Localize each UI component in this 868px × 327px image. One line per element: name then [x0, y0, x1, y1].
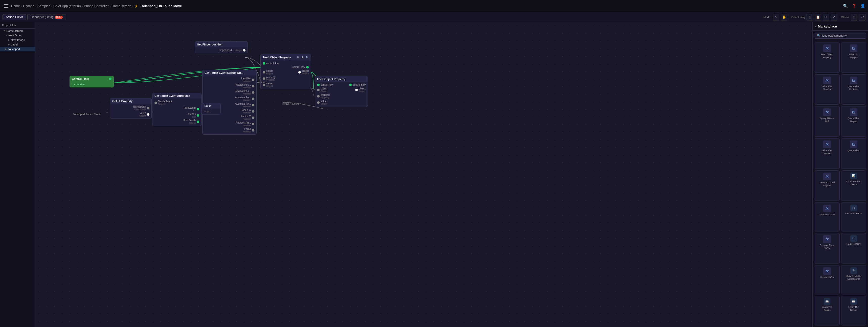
- marketplace-item-filter-list-bigger[interactable]: fx Filter ListBigger: [841, 42, 866, 73]
- marketplace-item-get-from-json-1[interactable]: fx Get From JSON: [815, 202, 840, 231]
- hand-tool[interactable]: ✋: [781, 14, 787, 21]
- td-force-port[interactable]: [252, 129, 254, 132]
- copy-tool[interactable]: ⎘: [807, 14, 813, 21]
- cursor-tool[interactable]: ↖: [773, 14, 779, 21]
- node-touch-event-details[interactable]: Get Touch Event Details Att... Identifie…: [202, 70, 257, 135]
- marketplace-search-bar[interactable]: 🔍: [815, 33, 866, 39]
- marketplace-item-excel-to-cloud-2[interactable]: 📊 Excel To CloudObjects: [841, 170, 866, 201]
- marketplace-item-query-filter-isnull[interactable]: fx Query Filter IsNull: [815, 106, 840, 137]
- top-bar: Home › Olympe › Samples › Color App (tut…: [0, 0, 868, 12]
- node-search-tool[interactable]: 🔍: [305, 56, 309, 59]
- marketplace-search-icon: 🔍: [817, 34, 821, 37]
- marketplace-item-query-filter-contains[interactable]: fx Query FilterContains: [841, 74, 866, 105]
- node-feed-obj-prop-2[interactable]: Feed Object Property control flow contro…: [315, 76, 368, 107]
- td-rotatan-port[interactable]: [252, 123, 254, 125]
- breadcrumb-home-screen[interactable]: Home screen: [112, 4, 131, 8]
- tree-item-new-group[interactable]: ▼ New Group: [0, 33, 35, 38]
- td-relpos1-port[interactable]: [252, 85, 254, 88]
- tree-item-label[interactable]: ▶ Label: [0, 42, 35, 47]
- marketplace-item-update-json-icon[interactable]: ↻ Update JSON: [841, 233, 866, 264]
- feed2-cf-in-port[interactable]: [317, 84, 319, 86]
- feed2-cf-out-port[interactable]: [349, 84, 352, 86]
- node-finger-body: finger positi... Finger: [195, 47, 248, 53]
- feed1-obj-out-port[interactable]: [298, 71, 301, 73]
- feed2-val-port[interactable]: [317, 101, 319, 104]
- marketplace-item-remove-from-json[interactable]: fx Remove FromJSON: [815, 233, 840, 264]
- node-touch[interactable]: Touch Object: [202, 103, 221, 115]
- marketplace-item-get-from-json-2[interactable]: { } Get From JSON: [841, 202, 866, 231]
- touchpad-label: Touchpad.Touch Move: [73, 113, 101, 116]
- tab-action-editor[interactable]: Action Editor: [3, 14, 26, 20]
- marketplace-grid: fx Feed ObjectProperty fx Filter ListBig…: [813, 41, 868, 327]
- paste-tool[interactable]: 📋: [815, 14, 821, 21]
- tree-item-home-screen[interactable]: ▼ Home screen: [0, 29, 35, 33]
- marketplace-item-filter-list-smaller[interactable]: fx Filter ListSmaller: [815, 74, 840, 105]
- grid-tool[interactable]: ⊞: [851, 14, 857, 21]
- td-identifier: IdentifierNumber: [203, 76, 256, 83]
- feed2-obj-in-port[interactable]: [317, 89, 319, 91]
- node-touch-event-attrs[interactable]: Get Touch Event Attributes Touch EventOb…: [152, 93, 202, 126]
- node-get-ui-property[interactable]: Get UI Property UI PropertyUI Property V…: [110, 98, 152, 119]
- marketplace-search-input[interactable]: [822, 34, 864, 37]
- top-bar-right: 🔍 ❓ 👤: [843, 3, 865, 9]
- feed2-prop-port[interactable]: [317, 95, 319, 98]
- marketplace-item-query-filter-regex[interactable]: fx Query FilterRegex: [841, 106, 866, 137]
- tree-item-touchpad[interactable]: ▶ Touchpad: [0, 47, 35, 51]
- td-radiusx-port[interactable]: [252, 110, 254, 113]
- tab-debugger[interactable]: Debugger (Beta) Beta: [27, 14, 66, 20]
- marketplace-item-update-json-fx[interactable]: fx Update JSON: [815, 265, 840, 295]
- td-abspos2-port[interactable]: [252, 104, 254, 106]
- feed1-prop-port[interactable]: [263, 77, 265, 80]
- finger-pos-output-port[interactable]: [243, 49, 246, 52]
- node-get-finger-pos[interactable]: Get Finger position finger positi... Fin…: [195, 41, 248, 53]
- node-feed-obj-prop-1[interactable]: Feed Object Property ⎘ 🗑 🔍 control flow …: [260, 54, 311, 89]
- search-icon[interactable]: 🔍: [843, 3, 848, 9]
- collapse-panel-btn[interactable]: ‹: [815, 24, 816, 28]
- feed1-val-port[interactable]: [263, 84, 265, 86]
- others-label: Others: [841, 16, 849, 19]
- ta-touch-event-port[interactable]: [154, 102, 157, 104]
- breadcrumb-samples[interactable]: Samples: [37, 4, 50, 8]
- marketplace-item-learn-basics-2[interactable]: 📖 Learn TheBasics: [841, 296, 866, 325]
- feed1-cf-in-port[interactable]: [263, 62, 265, 65]
- node-control-flow[interactable]: Control Flow Control Flow: [69, 76, 114, 88]
- feed-object-property-label: Feed ObjectProperty: [821, 53, 833, 59]
- cut-tool[interactable]: ✂: [823, 14, 829, 21]
- control-flow-output-port[interactable]: [109, 77, 112, 80]
- learn-basics-1-label: Learn TheBasics: [822, 306, 832, 312]
- marketplace-item-query-filter[interactable]: fx Query Filter: [841, 138, 866, 169]
- node-copy-tool[interactable]: ⎘: [296, 56, 300, 59]
- feed2-obj-out-port[interactable]: [355, 89, 358, 91]
- uip-uiproperty-port[interactable]: [147, 107, 149, 109]
- help-icon[interactable]: ❓: [851, 3, 857, 9]
- breadcrumb-home[interactable]: Home: [11, 4, 20, 8]
- td-abspos1-port[interactable]: [252, 98, 254, 100]
- marketplace-item-excel-to-cloud-1[interactable]: fx Excel To CloudObjects: [815, 170, 840, 201]
- canvas-area[interactable]: Touchpad.Touch Move Control Flow Control…: [35, 22, 812, 327]
- marketplace-item-filter-list-contains[interactable]: fx Filter ListContains: [815, 138, 840, 169]
- feed1-obj-in-port[interactable]: [263, 71, 265, 73]
- learn-basics-1-icon: 📖: [824, 298, 830, 305]
- uip-value-port[interactable]: [147, 113, 149, 116]
- tree-item-new-image[interactable]: ▶ New Image: [0, 38, 35, 42]
- user-icon[interactable]: 👤: [860, 3, 865, 9]
- ta-timestamp-port[interactable]: [197, 108, 199, 110]
- shield-tool[interactable]: 🛡: [859, 14, 865, 21]
- td-rotatan: Rotation An...Number: [203, 121, 256, 127]
- ta-touches-port[interactable]: [197, 114, 199, 117]
- marketplace-item-learn-basics-1[interactable]: 📖 Learn TheBasics: [815, 296, 840, 325]
- td-relpos2-port[interactable]: [252, 91, 254, 94]
- export-tool[interactable]: ↗: [831, 14, 837, 21]
- marketplace-item-feed-object-property[interactable]: fx Feed ObjectProperty: [815, 42, 840, 73]
- breadcrumb-phone-controller[interactable]: Phone Controller: [84, 4, 109, 8]
- td-identifier-port[interactable]: [252, 78, 254, 81]
- td-radiusy-port[interactable]: [252, 117, 254, 119]
- ta-firsttouch-port[interactable]: [197, 121, 199, 123]
- feed1-cf-out-port[interactable]: [306, 66, 309, 68]
- sub-bar: Action Editor Debugger (Beta) Beta Mode:…: [0, 12, 868, 22]
- breadcrumb-olympe[interactable]: Olympe: [23, 4, 34, 8]
- breadcrumb-color-app[interactable]: Color App (tutorial): [53, 4, 81, 8]
- menu-icon[interactable]: [3, 3, 10, 10]
- node-delete-tool[interactable]: 🗑: [301, 56, 304, 59]
- marketplace-item-make-available[interactable]: ⚙ Make AvailableAs Resource: [841, 265, 866, 295]
